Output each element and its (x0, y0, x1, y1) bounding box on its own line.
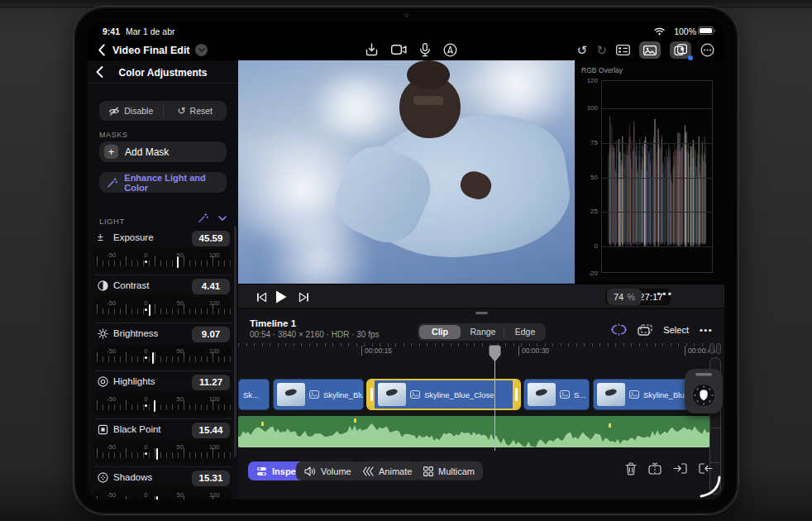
slider-label: Exposure (113, 232, 154, 242)
tick-label: 0 (144, 299, 147, 307)
disable-button[interactable]: Disable (99, 101, 163, 121)
browser-list-icon[interactable] (616, 45, 630, 55)
slider-value[interactable]: 4.41 (192, 279, 230, 294)
tick-label: -50 (107, 347, 116, 355)
slider-cursor[interactable] (154, 400, 155, 412)
slider-ruler[interactable]: -50050100 (94, 249, 232, 270)
skip-forward-icon[interactable] (299, 292, 309, 303)
slider-ruler[interactable]: -50050100 (94, 345, 232, 366)
clip[interactable]: Sk... (238, 379, 270, 410)
playhead-handle[interactable] (489, 345, 501, 362)
effects-icon[interactable] (670, 41, 691, 59)
highlights-slider: Highlights11.27 -50050100 (94, 371, 232, 419)
animate-button[interactable]: Animate (354, 461, 420, 480)
speaker-icon (304, 466, 316, 476)
jog-wheel[interactable] (685, 369, 723, 413)
clip[interactable]: Skyline_Blue_Wide (273, 379, 364, 410)
select-more-icon[interactable]: ••• (700, 325, 713, 335)
reset-button[interactable]: ↺ Reset (164, 101, 227, 121)
scope-gridline (602, 178, 712, 179)
slider-ruler[interactable]: -50050100 (94, 297, 232, 318)
sidebar-scrollbar[interactable] (234, 226, 236, 457)
slider-cursor[interactable] (152, 352, 154, 364)
front-camera (404, 13, 408, 17)
slider-value[interactable]: 15.31 (192, 471, 230, 486)
mode-clip[interactable]: Clip (419, 325, 461, 339)
slider-label: Highlights (113, 376, 155, 386)
scope-tick-label: 50 (590, 173, 598, 180)
audio-peak-marker (609, 423, 611, 428)
play-icon[interactable] (275, 290, 287, 304)
slider-ruler[interactable]: -50050100 (94, 393, 232, 414)
slider-value[interactable]: 15.44 (192, 423, 230, 438)
add-mask-button[interactable]: + Add Mask (99, 141, 227, 162)
split-clip-icon[interactable] (648, 462, 662, 476)
slider-value[interactable]: 45.59 (192, 231, 230, 246)
slider-value[interactable]: 11.27 (192, 375, 230, 390)
trash-icon[interactable] (625, 462, 637, 476)
clip[interactable]: S... (523, 379, 590, 410)
project-title[interactable]: Video Final Edit (112, 45, 190, 56)
import-icon[interactable] (365, 42, 379, 57)
light-label: LIGHT (99, 217, 125, 226)
more-icon[interactable] (700, 43, 714, 57)
scope-gridline (602, 246, 712, 247)
insert-right-icon[interactable] (699, 462, 713, 475)
auto-enhance-icon[interactable] (198, 213, 208, 223)
selected-clip[interactable]: Skyline_Blue_Close (366, 379, 521, 410)
scope-plot (601, 80, 713, 273)
mode-edge[interactable]: Edge (504, 325, 546, 339)
viewer-more-icon[interactable]: ••• (657, 288, 673, 300)
audio-track[interactable] (238, 416, 709, 447)
slider-cursor[interactable] (156, 496, 158, 499)
audio-peak-marker (354, 418, 356, 423)
clip-thumbnail (528, 383, 556, 406)
volume-button[interactable]: Volume (296, 461, 360, 480)
video-preview[interactable] (238, 60, 575, 284)
connect-clip-icon[interactable] (638, 324, 652, 336)
slider-value[interactable]: 9.07 (192, 327, 230, 342)
tick-label: 100 (209, 443, 220, 451)
insert-left-icon[interactable] (673, 462, 687, 475)
navigation-icon[interactable] (443, 43, 457, 57)
slider-cursor[interactable] (149, 304, 150, 316)
undo-icon[interactable]: ↺ (577, 44, 588, 56)
clip-name: Skyline_Blue_Wide (323, 390, 363, 399)
enhance-button[interactable]: Enhance Light and Color (99, 172, 227, 193)
ipad-device: 9:41 Mar 1 de abr 100% Video Final Edit (73, 6, 739, 515)
reset-icon: ↺ (178, 105, 186, 117)
back-icon[interactable] (98, 44, 106, 56)
trim-handle-left[interactable] (368, 380, 375, 409)
select-tool-label[interactable]: Select (663, 325, 689, 335)
camera-icon[interactable] (391, 44, 407, 55)
skip-back-icon[interactable] (256, 292, 267, 303)
brightness-icon (98, 328, 108, 339)
collapse-chevron-icon[interactable] (218, 216, 227, 221)
multicam-button[interactable]: Multicam (415, 461, 483, 480)
timeline-ruler[interactable]: 00:00:15 00:00:30 00:00:45 (238, 343, 709, 363)
mic-icon[interactable] (419, 43, 431, 57)
zoom-level[interactable]: 74% (607, 289, 642, 305)
track-height-control[interactable] (709, 343, 721, 354)
project-menu-chevron-icon[interactable] (195, 44, 208, 56)
slider-cursor[interactable] (156, 448, 158, 460)
timeline-drag-handle[interactable] (475, 312, 488, 314)
bottom-toolbar: Inspect Volume Animate Multicam (238, 460, 724, 483)
tick-label: 100 (209, 491, 220, 499)
photo-icon (629, 390, 639, 399)
audio-peak-marker (261, 422, 264, 426)
plus-minus-icon: ± (98, 232, 108, 243)
mode-range[interactable]: Range (462, 325, 504, 339)
battery-percent: 100% (674, 26, 696, 36)
playhead-line[interactable] (494, 359, 496, 451)
trim-handle-right[interactable] (513, 380, 519, 409)
inspect-icon (256, 466, 267, 476)
tick-label: 50 (177, 251, 184, 259)
snapping-icon[interactable] (611, 323, 627, 336)
slider-ruler[interactable]: -50050100 (94, 489, 232, 499)
add-mask-label: Add Mask (125, 146, 169, 158)
tick-label: 100 (209, 251, 220, 259)
slider-ruler[interactable]: -50050100 (94, 441, 232, 462)
media-browser-icon[interactable] (639, 41, 661, 59)
masks-section-label: MASKS (99, 131, 128, 139)
